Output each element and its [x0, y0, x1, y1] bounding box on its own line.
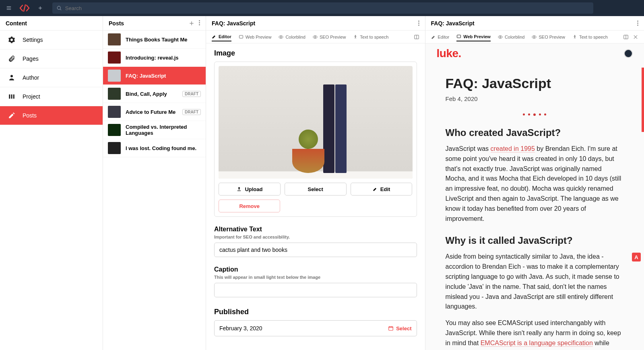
divider-dots	[446, 113, 624, 116]
tab-editor[interactable]: Editor	[212, 33, 231, 41]
site-logo[interactable]: luke.	[437, 47, 461, 60]
svg-line-3	[24, 5, 25, 11]
post-item[interactable]: I was lost. Coding found me.	[103, 139, 206, 157]
nav-pages[interactable]: Pages	[0, 49, 103, 68]
scrollbar[interactable]	[642, 68, 644, 132]
add-icon[interactable]	[35, 2, 46, 14]
upload-icon	[236, 186, 242, 192]
post-thumb	[108, 124, 121, 136]
preview-header: FAQ: JavaScript	[425, 16, 644, 31]
app-logo[interactable]	[18, 4, 31, 12]
article-title: FAQ: JavaScript	[446, 76, 624, 91]
post-item[interactable]: Things Books Taught Me	[103, 31, 206, 49]
heading: Who created JavaScript?	[446, 127, 624, 138]
image-preview[interactable]	[219, 66, 413, 179]
nav-label: Posts	[23, 112, 37, 119]
post-item[interactable]: Introducing: reveal.js	[103, 49, 206, 67]
split-icon[interactable]	[414, 34, 419, 40]
accessibility-badge[interactable]: A	[632, 253, 641, 261]
more-icon[interactable]	[637, 21, 638, 26]
post-title: FAQ: JavaScript	[126, 73, 201, 79]
calendar-icon	[388, 325, 394, 331]
tab-seo[interactable]: SEO Preview	[313, 33, 346, 41]
nav-label: Author	[23, 74, 39, 81]
nav-author[interactable]: Author	[0, 68, 103, 87]
svg-point-8	[10, 75, 13, 77]
post-thumb	[108, 88, 121, 100]
top-bar	[0, 0, 644, 16]
nav-label: Project	[23, 93, 40, 100]
svg-rect-9	[9, 95, 10, 99]
remove-button[interactable]: Remove	[219, 200, 280, 212]
post-item[interactable]: Bind, Call, Apply DRAFT	[103, 85, 206, 103]
tab-tts[interactable]: Text to speech	[353, 33, 388, 41]
more-icon[interactable]	[418, 21, 419, 26]
tab-web-preview[interactable]: Web Preview	[239, 33, 272, 41]
tab-colorblind[interactable]: Colorblind	[279, 33, 305, 41]
screen-icon	[239, 35, 244, 39]
tab-tts[interactable]: Text to speech	[572, 33, 608, 41]
eye-icon	[532, 35, 537, 39]
pencil-icon	[7, 111, 16, 120]
draft-badge: DRAFT	[182, 109, 201, 115]
eye-icon	[313, 35, 318, 39]
editor-panel: FAQ: JavaScript Editor Web Preview Color…	[206, 16, 425, 350]
post-title: I was lost. Coding found me.	[126, 145, 201, 151]
link[interactable]: EMCAScript is a language specification	[481, 340, 593, 347]
tab-editor[interactable]: Editor	[431, 33, 450, 41]
avatar[interactable]	[624, 49, 633, 58]
search-icon	[56, 5, 62, 11]
heading: Why is it called JavaScript?	[446, 235, 624, 246]
pencil-icon	[212, 34, 217, 39]
project-icon	[7, 92, 16, 101]
alt-text-hint: Important for SEO and accessibility.	[214, 235, 417, 239]
more-icon[interactable]	[199, 20, 200, 27]
pencil-icon	[431, 35, 436, 39]
nav-posts[interactable]: Posts	[0, 106, 103, 125]
close-icon[interactable]	[633, 34, 638, 40]
svg-point-16	[314, 36, 316, 37]
post-thumb	[108, 70, 121, 82]
split-icon[interactable]	[623, 34, 629, 40]
svg-rect-20	[389, 327, 393, 330]
post-thumb	[108, 106, 121, 118]
caption-label: Caption	[214, 266, 417, 273]
upload-button[interactable]: Upload	[219, 183, 281, 196]
published-select[interactable]: Select	[388, 325, 411, 331]
post-item[interactable]: FAQ: JavaScript	[103, 67, 206, 85]
paragraph: You may also see ECMAScript used interch…	[446, 318, 624, 350]
posts-header: Posts	[103, 16, 206, 31]
caption-input[interactable]	[214, 283, 417, 297]
alt-text-input[interactable]	[214, 243, 417, 257]
menu-icon[interactable]	[3, 2, 14, 14]
alt-text-label: Alternative Text	[214, 226, 417, 233]
draft-badge: DRAFT	[182, 91, 201, 97]
tab-web-preview[interactable]: Web Preview	[456, 33, 491, 41]
search-input[interactable]	[65, 5, 589, 11]
post-title: Things Books Taught Me	[126, 37, 201, 43]
post-title: Compiled vs. Interpreted Languages	[126, 124, 201, 136]
post-thumb	[108, 142, 121, 154]
post-item[interactable]: Advice to Future Me DRAFT	[103, 103, 206, 121]
nav-project[interactable]: Project	[0, 87, 103, 106]
svg-rect-24	[457, 35, 461, 38]
preview-body[interactable]: luke. FAQ: JavaScript Feb 4, 2020 Who cr…	[425, 43, 644, 350]
posts-sidebar: Posts Things Books Taught Me Introducing…	[103, 16, 206, 350]
link[interactable]: created in 1995	[491, 145, 535, 152]
caption-hint: This will appear in small light text bel…	[214, 275, 417, 280]
tab-seo[interactable]: SEO Preview	[532, 33, 565, 41]
select-button[interactable]: Select	[285, 183, 347, 196]
edit-button[interactable]: Edit	[351, 183, 413, 196]
post-item[interactable]: Compiled vs. Interpreted Languages	[103, 121, 206, 139]
editor-tabs: Editor Web Preview Colorblind SEO Previe…	[206, 31, 425, 43]
post-thumb	[108, 33, 121, 45]
nav-settings[interactable]: Settings	[0, 31, 103, 49]
tab-colorblind[interactable]: Colorblind	[498, 33, 525, 41]
svg-point-26	[534, 36, 535, 37]
image-label: Image	[214, 49, 417, 58]
add-post-icon[interactable]	[188, 20, 195, 27]
main-area: Content Settings Pages Author Project Po…	[0, 16, 644, 350]
accessibility-icon	[572, 35, 577, 39]
paragraph: Aside from being syntactically similar t…	[446, 252, 624, 312]
search-box[interactable]	[52, 2, 593, 14]
